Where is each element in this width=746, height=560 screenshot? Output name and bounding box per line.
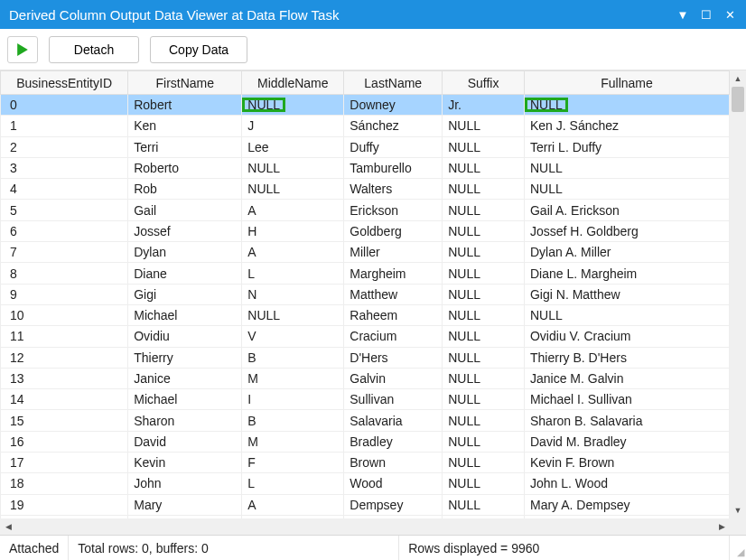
cell[interactable]: Diane L. Margheim (524, 263, 729, 284)
cell[interactable]: NULL (524, 95, 729, 116)
scroll-up-icon[interactable]: ▲ (730, 70, 746, 87)
cell[interactable]: NULL (443, 326, 525, 347)
cell[interactable]: Diane (128, 263, 242, 284)
cell[interactable]: NULL (443, 389, 525, 410)
table-row[interactable]: 11OvidiuVCraciumNULLOvidiu V. Cracium (1, 326, 730, 347)
cell[interactable]: 16 (1, 431, 128, 452)
cell[interactable]: Galvin (344, 368, 443, 388)
cell[interactable]: 10 (1, 304, 128, 325)
table-row[interactable]: 20WanidaMBenshoofNULLWanida M. Benshoof (1, 515, 730, 518)
cell[interactable]: Ovidiu V. Cracium (524, 326, 729, 347)
cell[interactable]: 11 (1, 326, 128, 347)
horizontal-scrollbar[interactable]: ◀ ▶ (0, 518, 746, 535)
cell[interactable]: John L. Wood (524, 473, 729, 494)
cell[interactable]: NULL (524, 157, 729, 178)
cell[interactable]: Roberto (128, 157, 242, 178)
cell[interactable]: NULL (443, 410, 525, 431)
cell[interactable]: NULL (443, 284, 525, 304)
cell[interactable]: 14 (1, 389, 128, 410)
cell[interactable]: NULL (443, 263, 525, 284)
table-row[interactable]: 14MichaelISullivanNULLMichael I. Sulliva… (1, 389, 730, 410)
table-row[interactable]: 15SharonBSalavariaNULLSharon B. Salavari… (1, 410, 730, 431)
cell[interactable]: Mary (128, 494, 242, 515)
cell[interactable]: Dylan A. Miller (524, 242, 729, 263)
table-row[interactable]: 3RobertoNULLTamburelloNULLNULL (1, 157, 730, 178)
cell[interactable]: Michael (128, 304, 242, 325)
cell[interactable]: 6 (1, 220, 128, 241)
cell[interactable]: NULL (443, 515, 525, 518)
cell[interactable]: Michael (128, 389, 242, 410)
table-row[interactable]: 5GailAEricksonNULLGail A. Erickson (1, 200, 730, 220)
cell[interactable]: Janice (128, 368, 242, 388)
cell[interactable]: 13 (1, 368, 128, 388)
table-row[interactable]: 2TerriLeeDuffyNULLTerri L. Duffy (1, 136, 730, 157)
cell[interactable]: 0 (1, 95, 128, 116)
cell[interactable]: NULL (443, 347, 525, 368)
cell[interactable]: Gigi (128, 284, 242, 304)
cell[interactable]: V (242, 326, 344, 347)
cell[interactable]: A (242, 494, 344, 515)
cell[interactable]: 17 (1, 453, 128, 473)
cell[interactable]: NULL (443, 136, 525, 157)
cell[interactable]: B (242, 347, 344, 368)
cell[interactable]: 4 (1, 179, 128, 200)
vertical-scrollbar[interactable]: ▲ ▼ (730, 70, 746, 518)
cell[interactable]: 20 (1, 515, 128, 518)
cell[interactable]: 1 (1, 116, 128, 136)
cell[interactable]: F (242, 453, 344, 473)
cell[interactable]: Miller (344, 242, 443, 263)
cell[interactable]: B (242, 410, 344, 431)
dropdown-icon[interactable]: ▼ (672, 4, 694, 25)
column-header[interactable]: FirstName (128, 71, 242, 95)
table-row[interactable]: 6JossefHGoldbergNULLJossef H. Goldberg (1, 220, 730, 241)
column-header[interactable]: MiddleName (242, 71, 344, 95)
cell[interactable]: John (128, 473, 242, 494)
cell[interactable]: Sánchez (344, 116, 443, 136)
cell[interactable]: N (242, 284, 344, 304)
cell[interactable]: David (128, 431, 242, 452)
column-header[interactable]: LastName (344, 71, 443, 95)
cell[interactable]: 2 (1, 136, 128, 157)
cell[interactable]: NULL (443, 242, 525, 263)
cell[interactable]: Downey (344, 95, 443, 116)
cell[interactable]: 18 (1, 473, 128, 494)
cell[interactable]: 7 (1, 242, 128, 263)
scroll-right-icon[interactable]: ▶ (713, 518, 730, 535)
cell[interactable]: J (242, 116, 344, 136)
cell[interactable]: Tamburello (344, 157, 443, 178)
cell[interactable]: Jossef (128, 220, 242, 241)
table-row[interactable]: 13JaniceMGalvinNULLJanice M. Galvin (1, 368, 730, 388)
cell[interactable]: Dylan (128, 242, 242, 263)
cell[interactable]: A (242, 242, 344, 263)
cell[interactable]: Terri L. Duffy (524, 136, 729, 157)
table-row[interactable]: 18JohnLWoodNULLJohn L. Wood (1, 473, 730, 494)
cell[interactable]: Wood (344, 473, 443, 494)
cell[interactable]: Dempsey (344, 494, 443, 515)
cell[interactable]: Mary A. Dempsey (524, 494, 729, 515)
scroll-track[interactable] (730, 87, 746, 502)
cell[interactable]: NULL (443, 116, 525, 136)
cell[interactable]: Janice M. Galvin (524, 368, 729, 388)
cell[interactable]: NULL (524, 179, 729, 200)
cell[interactable]: NULL (524, 304, 729, 325)
cell[interactable]: Terri (128, 136, 242, 157)
cell[interactable]: 8 (1, 263, 128, 284)
detach-button[interactable]: Detach (49, 36, 139, 63)
cell[interactable]: Thierry (128, 347, 242, 368)
cell[interactable]: Walters (344, 179, 443, 200)
cell[interactable]: M (242, 515, 344, 518)
table-row[interactable]: 17KevinFBrownNULLKevin F. Brown (1, 453, 730, 473)
cell[interactable]: Brown (344, 453, 443, 473)
cell[interactable]: Sharon B. Salavaria (524, 410, 729, 431)
cell[interactable]: Raheem (344, 304, 443, 325)
close-icon[interactable]: ✕ (719, 4, 741, 25)
cell[interactable]: 5 (1, 200, 128, 220)
cell[interactable]: NULL (443, 220, 525, 241)
cell[interactable]: L (242, 473, 344, 494)
cell[interactable]: NULL (443, 157, 525, 178)
cell[interactable]: Goldberg (344, 220, 443, 241)
table-row[interactable]: 19MaryADempseyNULLMary A. Dempsey (1, 494, 730, 515)
cell[interactable]: NULL (443, 453, 525, 473)
cell[interactable]: M (242, 431, 344, 452)
cell[interactable]: Matthew (344, 284, 443, 304)
